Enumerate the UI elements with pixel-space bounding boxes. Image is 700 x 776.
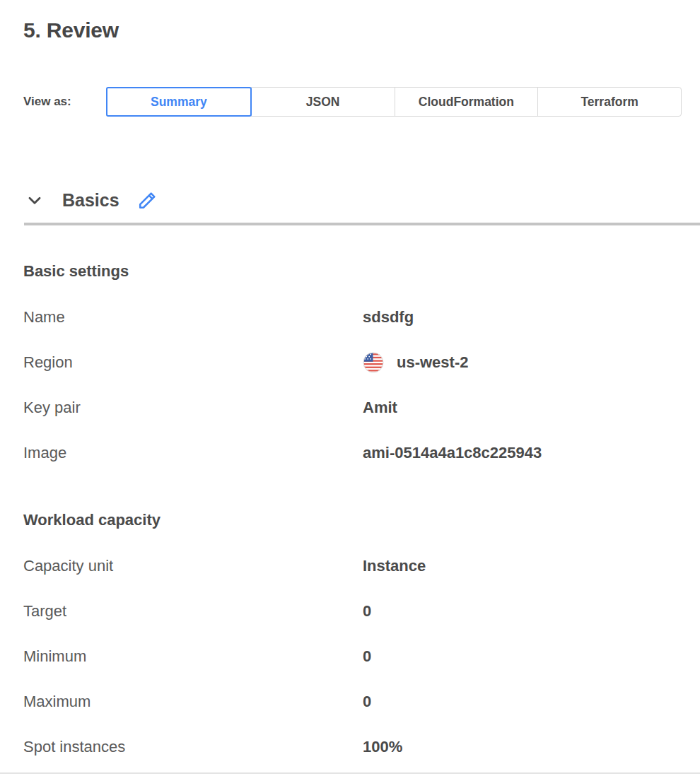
row-value: 0 (363, 602, 371, 621)
row-maximum: Maximum 0 (23, 679, 700, 724)
row-label: Maximum (23, 693, 363, 711)
group-workload-capacity: Workload capacity Capacity unit Instance… (23, 511, 700, 770)
pencil-icon[interactable] (137, 190, 158, 211)
row-minimum: Minimum 0 (23, 634, 700, 679)
row-image: Image ami-0514a4a1c8c225943 (23, 430, 700, 476)
group-rows: Name sdsdfg Region (23, 295, 700, 476)
bottom-divider (0, 772, 700, 774)
review-page: 5. Review View as: Summary JSON CloudFor… (0, 0, 700, 776)
row-target: Target 0 (23, 589, 700, 634)
row-label: Target (23, 602, 363, 621)
view-as-row: View as: Summary JSON CloudFormation Ter… (23, 87, 700, 117)
row-label: Capacity unit (23, 557, 363, 575)
page-title: 5. Review (23, 0, 700, 42)
group-heading: Basic settings (23, 262, 700, 281)
view-as-label: View as: (23, 95, 106, 109)
us-flag-icon (363, 352, 384, 373)
row-label: Key pair (23, 399, 363, 417)
tab-json[interactable]: JSON (251, 87, 395, 117)
group-basic-settings: Basic settings Name sdsdfg Region (23, 262, 700, 476)
section-divider (24, 223, 700, 225)
row-value: 0 (363, 693, 371, 711)
row-value: Instance (363, 557, 426, 575)
tab-cloudformation[interactable]: CloudFormation (395, 87, 539, 117)
row-name: Name sdsdfg (23, 295, 700, 340)
row-value: sdsdfg (363, 308, 414, 327)
row-key-pair: Key pair Amit (23, 385, 700, 430)
row-label: Image (23, 444, 363, 462)
row-spot-instances: Spot instances 100% (23, 724, 700, 770)
section-title: Basics (62, 190, 119, 211)
row-value: us-west-2 (363, 352, 468, 373)
row-value-text: us-west-2 (397, 353, 468, 372)
row-region: Region (23, 340, 700, 385)
tab-summary[interactable]: Summary (106, 87, 252, 117)
row-label: Minimum (23, 647, 363, 666)
row-label: Region (23, 353, 363, 372)
group-heading: Workload capacity (23, 511, 700, 529)
row-value: 100% (363, 738, 402, 756)
view-as-tab-group: Summary JSON CloudFormation Terraform (106, 87, 682, 117)
tab-terraform[interactable]: Terraform (537, 87, 682, 117)
row-label: Name (23, 308, 363, 327)
row-capacity-unit: Capacity unit Instance (23, 543, 700, 589)
basics-section-header: Basics (23, 190, 700, 211)
row-value: ami-0514a4a1c8c225943 (363, 444, 542, 462)
row-value: Amit (363, 399, 397, 417)
chevron-down-icon[interactable] (25, 192, 44, 210)
group-rows: Capacity unit Instance Target 0 Minimum … (23, 543, 700, 770)
row-label: Spot instances (23, 738, 363, 756)
row-value: 0 (363, 647, 371, 666)
